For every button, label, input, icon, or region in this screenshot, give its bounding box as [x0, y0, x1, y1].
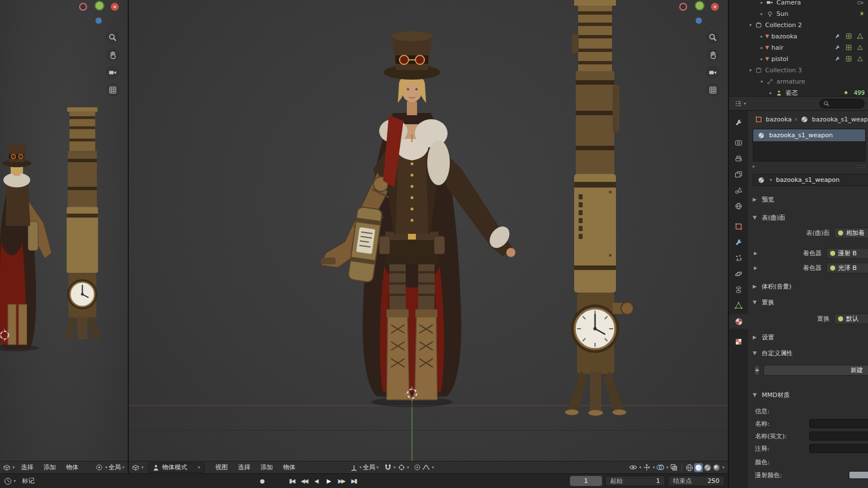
axis-z-handle[interactable] — [696, 18, 702, 24]
menu-marker[interactable]: 标记 — [17, 475, 40, 487]
frame-end-field[interactable]: 结束点 250 — [668, 476, 724, 486]
chevron-down-icon[interactable]: ▾ — [376, 465, 379, 470]
material-slot-list[interactable]: bazooka_s1_weapon — [753, 129, 866, 162]
chevron-down-icon[interactable]: ▾ — [393, 465, 396, 470]
viewport-navigation-gizmo[interactable]: ✕ — [79, 2, 120, 27]
snap-target-icon[interactable] — [397, 463, 406, 472]
chevron-down-icon[interactable]: ▾ — [653, 465, 655, 470]
chevron-down-icon[interactable]: ▾ — [105, 465, 107, 470]
shading-material-icon[interactable] — [703, 463, 712, 472]
menu-add[interactable]: 添加 — [38, 461, 61, 474]
expand-icon[interactable]: ▸ — [758, 56, 765, 62]
outliner-search-input[interactable] — [819, 99, 865, 108]
chevron-down-icon[interactable]: ▾ — [141, 465, 144, 470]
tab-world[interactable] — [729, 199, 748, 213]
tab-constraints[interactable] — [729, 282, 748, 297]
axis-x-handle[interactable]: ✕ — [111, 3, 119, 11]
proportional-edit-icon[interactable] — [413, 463, 422, 472]
viewport-main[interactable]: ✕ ▾ 物体模 — [129, 0, 728, 473]
editor-type-icon[interactable] — [734, 99, 743, 108]
panel-surface[interactable]: ▼ 表(曲)面 — [748, 212, 868, 223]
chevron-down-icon[interactable]: ▾ — [359, 465, 362, 470]
xray-toggle-icon[interactable] — [670, 463, 679, 472]
expand-icon[interactable]: ▸ — [758, 45, 765, 50]
outliner-row-pose[interactable]: ▸ 姿态 499 — [729, 87, 868, 96]
tab-object-data[interactable] — [729, 298, 748, 313]
modifier-wrench-icon[interactable] — [833, 43, 842, 52]
shading-wireframe-icon[interactable] — [685, 463, 694, 472]
tab-view-layer[interactable] — [729, 167, 748, 182]
outliner-label[interactable]: armature — [776, 78, 805, 85]
outliner-label[interactable]: hair — [771, 44, 783, 51]
mmd-name-en-input[interactable] — [809, 432, 868, 441]
diffuse-shader-value[interactable]: 漫射 B — [826, 248, 868, 259]
breadcrumb-object[interactable]: bazooka — [766, 116, 792, 123]
tab-modifiers[interactable] — [729, 235, 748, 250]
chevron-down-icon[interactable]: ▾ — [666, 465, 669, 470]
tab-physics[interactable] — [729, 267, 748, 281]
outliner-row-armature[interactable]: ▾ armature — [729, 76, 868, 87]
zoom-tool-icon[interactable] — [706, 30, 719, 44]
list-resize-grip[interactable]: :::: — [857, 163, 866, 169]
outliner-label[interactable]: bazooka — [771, 33, 797, 40]
viewport-navigation-gizmo[interactable]: ✕ — [679, 2, 720, 27]
next-keyframe-button[interactable]: ▶▶ — [336, 476, 346, 486]
mmd-name-input[interactable] — [809, 419, 868, 428]
chevron-down-icon[interactable]: ▾ — [122, 465, 124, 470]
expand-icon[interactable]: ▸ — [758, 34, 765, 39]
tab-tool[interactable] — [729, 115, 748, 130]
play-button[interactable]: ▶ — [324, 476, 334, 486]
outliner-row-hair[interactable]: ▸ ▼ hair — [729, 42, 868, 53]
panel-settings[interactable]: ▶ 设置 — [748, 332, 868, 343]
ortho-grid-icon[interactable] — [106, 83, 119, 97]
chevron-down-icon[interactable]: ▾ — [14, 478, 16, 483]
prev-keyframe-button[interactable]: ◀◀ — [299, 476, 309, 486]
tab-scene[interactable] — [729, 183, 748, 198]
chevron-down-icon[interactable]: ▾ — [407, 465, 409, 470]
panel-preview[interactable]: ▶ 预览 — [748, 194, 868, 205]
outliner-label[interactable]: Collection 2 — [765, 21, 802, 29]
falloff-curve-icon[interactable] — [422, 463, 431, 472]
shading-rendered-icon[interactable] — [712, 463, 721, 472]
outliner-row-bazooka[interactable]: ▸ ▼ bazooka — [729, 30, 868, 42]
transform-orientation[interactable]: 全局 — [363, 463, 375, 472]
axis-negx-handle[interactable] — [79, 3, 87, 11]
frame-start-field[interactable]: 起始 1 — [605, 476, 665, 486]
chevron-down-icon[interactable]: ▾ — [744, 101, 746, 106]
material-slot-selected[interactable]: bazooka_s1_weapon — [753, 129, 865, 141]
new-property-button[interactable]: 新建 — [763, 365, 868, 376]
material-browser[interactable]: ▾ bazooka_s1_weapon — [753, 174, 868, 186]
play-reverse-button[interactable]: ◀ — [311, 476, 322, 486]
mesh-data-icon[interactable] — [856, 32, 865, 41]
axis-y-handle[interactable] — [96, 2, 103, 10]
outliner-label[interactable]: Sun — [776, 10, 788, 18]
record-button[interactable]: ● — [257, 476, 267, 486]
camera-data-icon[interactable] — [856, 0, 865, 7]
expand-icon[interactable]: ▸ — [767, 90, 774, 95]
modifier-wrench-icon[interactable] — [833, 32, 842, 41]
outliner-row-sun[interactable]: ▸ Sun ☀ — [729, 8, 868, 19]
add-property-button[interactable]: + — [754, 365, 760, 376]
expand-icon[interactable]: ▸ — [758, 11, 765, 16]
axis-negx-handle[interactable] — [679, 3, 687, 11]
chevron-down-icon[interactable]: ▾ — [639, 465, 641, 470]
menu-select[interactable]: 选择 — [16, 461, 38, 474]
tab-render[interactable] — [729, 136, 748, 150]
menu-object[interactable]: 物体 — [61, 461, 84, 474]
jump-to-end-button[interactable]: ▶▮ — [349, 476, 359, 486]
axis-x-handle[interactable]: ✕ — [711, 3, 719, 11]
outliner-row-pistol[interactable]: ▸ ▼ pistol — [729, 53, 868, 64]
panel-custom-properties[interactable]: ▼ 自定义属性 — [748, 347, 868, 359]
camera-view-icon[interactable] — [706, 66, 719, 79]
slot-specials-icon[interactable]: ▸ — [753, 164, 755, 169]
breadcrumb-material[interactable]: bazooka_s1_weap — [812, 116, 868, 123]
pivot-point-icon[interactable] — [95, 463, 104, 472]
mmd-diffuse-color-swatch[interactable] — [849, 471, 868, 479]
displacement-value[interactable]: 默认 — [834, 313, 868, 324]
mesh-grid-icon[interactable] — [844, 54, 853, 63]
panel-mmd-material[interactable]: ▼ MMD材质 — [748, 389, 868, 400]
chevron-down-icon[interactable]: ▾ — [12, 465, 15, 470]
outliner-label[interactable]: pistol — [771, 55, 788, 63]
expand-icon[interactable]: ▶ — [752, 265, 760, 271]
snap-magnet-icon[interactable] — [383, 463, 392, 472]
